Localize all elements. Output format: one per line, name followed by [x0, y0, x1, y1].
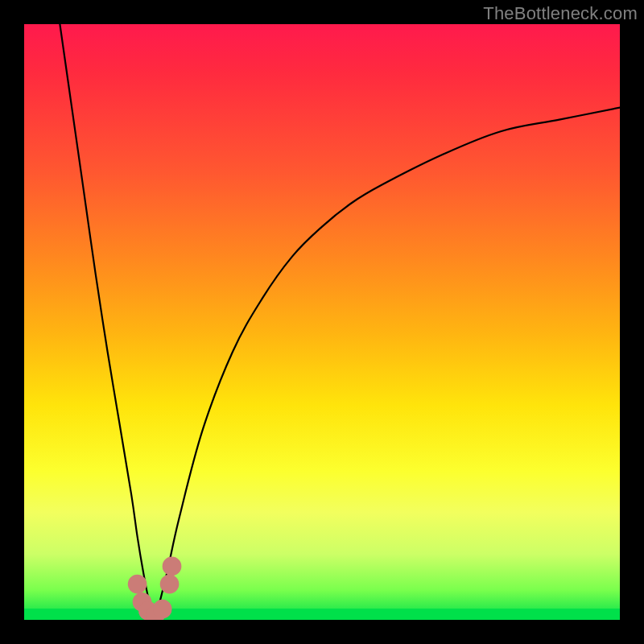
marker-dot — [153, 600, 172, 619]
outer-frame: TheBottleneck.com — [0, 0, 644, 644]
marker-dot — [163, 557, 182, 576]
marker-dot — [160, 575, 180, 594]
curve-right-branch — [155, 108, 620, 620]
curve-layer — [24, 24, 620, 620]
curve-left-branch — [60, 24, 155, 620]
attribution-text: TheBottleneck.com — [483, 3, 638, 24]
marker-dot — [128, 575, 147, 594]
marker-cluster — [128, 557, 182, 620]
plot-area — [24, 24, 620, 620]
